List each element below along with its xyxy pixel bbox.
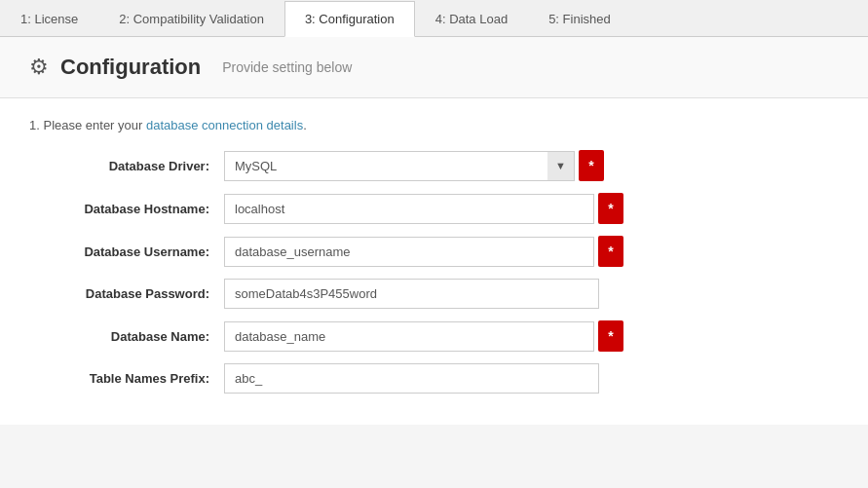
db-hostname-input[interactable] (224, 194, 594, 224)
table-prefix-label: Table Names Prefix: (29, 371, 224, 386)
db-connection-link[interactable]: database connection details (146, 118, 303, 132)
tab-license[interactable]: 1: License (0, 1, 98, 37)
db-driver-select-wrapper: MySQL PostgreSQL SQLite MSSQL ▼ (224, 151, 575, 181)
db-hostname-input-wrap: * (224, 193, 839, 224)
db-name-input-wrap: * (224, 320, 839, 352)
db-hostname-row: Database Hostname: * (29, 193, 839, 224)
page-header: ⚙ Configuration Provide setting below (0, 37, 868, 98)
page-subtitle: Provide setting below (222, 59, 352, 75)
db-username-required: * (598, 236, 623, 267)
form-instruction: 1. Please enter your database connection… (29, 118, 839, 132)
db-username-input[interactable] (224, 237, 594, 267)
form-area: 1. Please enter your database connection… (0, 98, 868, 425)
gear-icon: ⚙ (29, 55, 49, 80)
table-prefix-input-wrap (224, 363, 839, 394)
main-content: ⚙ Configuration Provide setting below 1.… (0, 37, 868, 425)
db-hostname-required: * (598, 193, 623, 224)
db-username-input-wrap: * (224, 236, 839, 267)
tab-bar: 1: License 2: Compatibility Validation 3… (0, 0, 868, 37)
tab-compatibility[interactable]: 2: Compatibility Validation (98, 1, 284, 37)
db-password-label: Database Password: (29, 286, 224, 301)
table-prefix-row: Table Names Prefix: (29, 363, 839, 394)
db-name-input[interactable] (224, 321, 594, 352)
tab-configuration[interactable]: 3: Configuration (284, 1, 415, 37)
db-driver-input-wrap: MySQL PostgreSQL SQLite MSSQL ▼ * (224, 150, 839, 181)
table-prefix-input[interactable] (224, 363, 599, 394)
db-hostname-label: Database Hostname: (29, 202, 224, 216)
instruction-text-after: . (303, 118, 307, 132)
db-password-input-wrap (224, 279, 839, 309)
db-name-required: * (598, 320, 623, 352)
page-title: Configuration (60, 55, 201, 80)
db-driver-label: Database Driver: (29, 159, 224, 173)
db-password-row: Database Password: (29, 279, 839, 309)
db-driver-select[interactable]: MySQL PostgreSQL SQLite MSSQL (224, 151, 575, 181)
db-username-row: Database Username: * (29, 236, 839, 267)
tab-finished[interactable]: 5: Finished (528, 1, 631, 37)
db-password-input[interactable] (224, 279, 599, 309)
db-name-row: Database Name: * (29, 320, 839, 352)
db-driver-row: Database Driver: MySQL PostgreSQL SQLite… (29, 150, 839, 181)
tab-dataload[interactable]: 4: Data Load (415, 1, 528, 37)
db-username-label: Database Username: (29, 244, 224, 259)
db-name-label: Database Name: (29, 329, 224, 344)
instruction-text-before: . Please enter your (36, 118, 146, 132)
db-driver-required: * (579, 150, 604, 181)
